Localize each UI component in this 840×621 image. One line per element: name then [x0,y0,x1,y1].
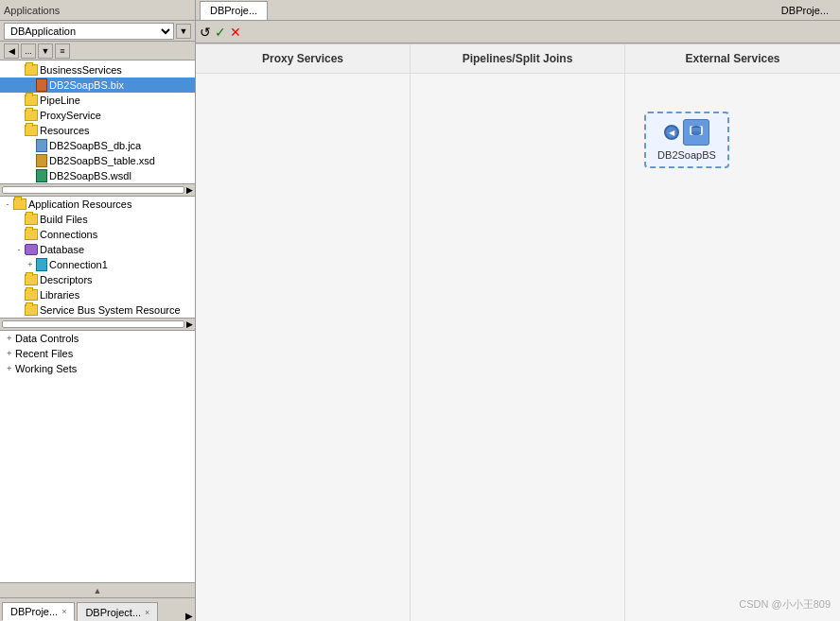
left-panel: Applications DBApplication ▼ ◀ ... ▼ ≡ [0,0,196,621]
expand-plus: + [4,349,15,358]
folder-icon [13,198,26,210]
app-header: Applications [0,0,195,21]
app-title: Applications [4,5,60,16]
jca-icon [36,139,47,152]
column-pipelines: Pipelines/Split Joins [411,44,625,621]
expand-plus: + [4,364,15,373]
component-label: DB2SoapBS [657,149,716,161]
tree-item-xsd[interactable]: DB2SoapBS_table.xsd [0,153,195,168]
scroll-right-arrow[interactable]: ▶ [186,185,193,195]
item-label: DB2SoapBS.bix [49,79,193,91]
h-scrollbar[interactable]: ▶ [0,183,195,197]
tree-item-connection1[interactable]: + Connection1 [0,257,195,272]
db-service-icon [688,124,705,141]
item-label: ProxyService [40,110,193,121]
check-icon[interactable]: ✓ [215,25,226,40]
scroll-right-arrow-2[interactable]: ▶ [186,319,193,329]
tree-item-recent-files[interactable]: + Recent Files [0,346,195,361]
bix-icon [36,78,47,92]
folder-icon [25,125,38,136]
nav-back-icon[interactable]: ◀ [4,43,19,59]
item-label: Connection1 [49,259,193,270]
folder-icon [25,214,38,225]
item-label: Connections [40,229,193,240]
canvas-area: Proxy Services Pipelines/Split Joins Ext… [196,43,840,621]
app-dropdown[interactable]: DBApplication [4,23,174,40]
expand-plus: + [4,334,15,343]
folder-icon [25,274,38,285]
folder-icon [25,95,38,106]
tree-item-working-sets[interactable]: + Working Sets [0,361,195,376]
resize-handle[interactable]: ▲ [0,582,195,597]
nav-forward-icon[interactable]: ... [21,43,36,59]
tab-label: DBProje... [10,606,58,617]
h-scrollbar-2[interactable]: ▶ [0,318,195,331]
tree-item-business-services[interactable]: BusinessServices [0,62,195,78]
tree-item-connections[interactable]: Connections [0,227,195,242]
tree-item-db2soapbs-bix[interactable]: DB2SoapBS.bix [0,78,195,93]
svg-point-3 [691,131,701,135]
tree-item-resources[interactable]: Resources [0,123,195,138]
active-tab[interactable]: DBProje... [200,1,268,20]
column-body-external: ◀ DB2SoapBS [625,74,840,621]
item-label: Descriptors [40,274,193,285]
item-label: BusinessServices [40,64,193,76]
scrollbar-track-2[interactable] [2,320,184,328]
tree-toolbar: ◀ ... ▼ ≡ [0,42,195,60]
column-header-pipelines: Pipelines/Split Joins [411,44,624,74]
item-label: DB2SoapBS_table.xsd [49,155,193,166]
watermark: CSDN @小小王809 [739,597,831,612]
tab-close-1[interactable]: × [61,607,66,616]
item-label: Libraries [40,289,193,301]
item-label: Application Resources [28,198,193,210]
expand-minus: - [2,199,13,209]
wsdl-icon [36,169,47,182]
item-label: DB2SoapBS_db.jca [49,140,193,151]
tab-dbproject-2[interactable]: DBProject... × [77,602,158,621]
column-proxy-services: Proxy Services [196,44,411,621]
xsd-icon [36,154,47,167]
column-header-external: External Services [625,44,840,74]
refresh-icon[interactable]: ↺ [200,25,211,40]
component-icon [683,119,709,146]
expand-minus: - [13,245,25,254]
tree-item-service-bus[interactable]: Service Bus System Resource [0,302,195,318]
filter-icon[interactable]: ▼ [38,43,53,59]
folder-icon [25,229,38,240]
tree-item-app-resources[interactable]: - Application Resources [0,197,195,212]
item-label: Build Files [40,214,193,225]
expand-plus: + [25,260,36,269]
folder-icon [25,289,38,301]
expand-icon[interactable]: ▼ [176,24,191,39]
folder-icon [25,110,38,121]
tree-item-proxyservice[interactable]: ProxyService [0,108,195,123]
tree-item-descriptors[interactable]: Descriptors [0,272,195,287]
service-component-db2soapbs[interactable]: ◀ DB2SoapBS [644,112,729,168]
tab-close-2[interactable]: × [145,608,149,617]
tree-item-pipeline[interactable]: PipeLine [0,93,195,108]
section-label: Recent Files [15,348,73,359]
scrollbar-track[interactable] [2,186,184,194]
tree-item-build-files[interactable]: Build Files [0,212,195,227]
column-external-services: External Services ◀ [625,44,840,621]
tree-item-data-controls[interactable]: + Data Controls [0,331,195,346]
item-label: Resources [40,125,193,136]
component-left-indicator: ◀ [664,125,679,140]
tree-item-database[interactable]: - Database [0,242,195,257]
section-label: Data Controls [15,333,79,344]
tab-title: DBProje... [210,5,257,16]
tab-scroll-right[interactable]: ▶ [185,611,193,621]
tab-dbproject-1[interactable]: DBProje... × [2,602,75,621]
tree-item-jca[interactable]: DB2SoapBS_db.jca [0,138,195,153]
tree-item-wsdl[interactable]: DB2SoapBS.wsdl [0,168,195,183]
x-icon[interactable]: ✕ [230,25,241,40]
folder-icon [25,304,38,316]
conn-icon [36,258,47,271]
column-body-pipelines [411,74,624,621]
settings-icon[interactable]: ≡ [55,43,70,59]
tab-label: DBProject... [85,607,141,618]
db-icon [25,244,38,255]
canvas-toolbar: ↺ ✓ ✕ [196,21,840,43]
item-label: DB2SoapBS.wsdl [49,170,193,181]
tree-item-libraries[interactable]: Libraries [0,287,195,302]
